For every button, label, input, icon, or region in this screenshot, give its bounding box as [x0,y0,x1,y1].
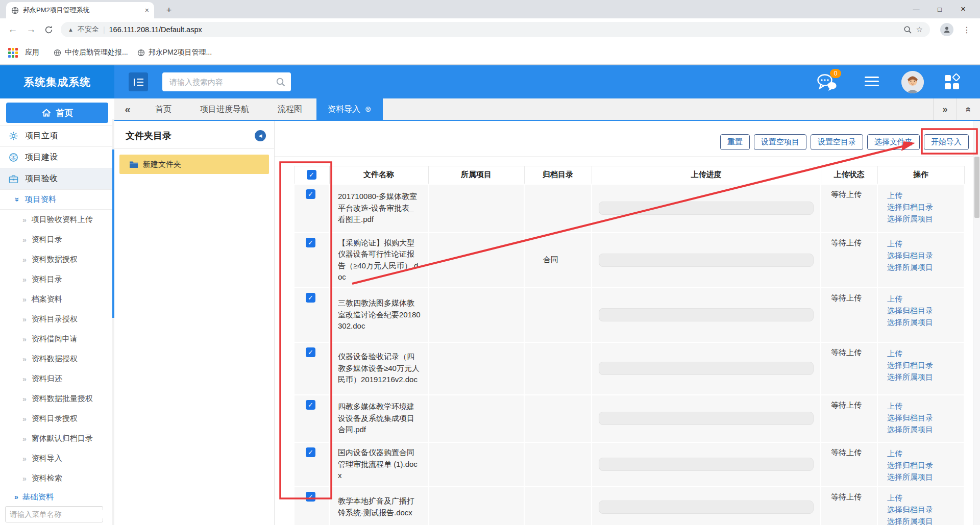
row-checkbox[interactable]: ✓ [306,238,315,247]
action-link[interactable]: 选择归档目录 [887,249,964,261]
sidebar-subitem[interactable]: » 资料导入 [0,448,114,468]
bookmark-item[interactable]: 中传后勤管理处报... [54,48,137,57]
action-link[interactable]: 上传 [887,492,964,504]
toolbar-button[interactable]: 开始导入 [924,134,969,150]
hamburger-menu-icon[interactable] [865,77,879,89]
content-tab[interactable]: 流程图 [263,98,316,120]
collapse-up-icon[interactable]: « [957,98,980,120]
sidebar-item-project-initiation[interactable]: 项目立项 [0,125,114,146]
content-tab[interactable]: 项目进度导航 [186,98,263,120]
refresh-icon[interactable] [44,25,54,35]
sidebar-subitem[interactable]: » 资料目录 [0,230,114,249]
new-tab-button[interactable]: + [162,4,176,17]
action-link[interactable]: 上传 [887,400,964,412]
user-avatar[interactable] [901,71,924,93]
action-link[interactable]: 上传 [887,293,964,305]
person-icon [943,26,951,34]
action-link[interactable]: 上传 [887,189,964,201]
header-search-box[interactable] [162,72,291,91]
action-link[interactable]: 选择归档目录 [887,504,964,515]
row-checkbox[interactable]: ✓ [306,492,315,502]
action-link[interactable]: 上传 [887,347,964,359]
sidebar-subitem[interactable]: » 资料目录 [0,269,114,289]
window-maximize-button[interactable]: □ [928,6,951,13]
action-link[interactable]: 选择归档目录 [887,305,964,316]
row-checkbox[interactable]: ✓ [306,447,315,457]
scrollbar-thumb[interactable] [974,157,979,218]
sidebar-item-project-acceptance[interactable]: 项目验收 [0,168,114,189]
forward-icon[interactable]: → [26,24,37,35]
content-scrollbar[interactable] [973,121,980,525]
sidebar-subitem[interactable]: » 资料数据授权 [0,349,114,369]
sidebar-item-project-construction[interactable]: $ 项目建设 [0,146,114,168]
back-icon[interactable]: ← [7,24,18,35]
action-link[interactable]: 选择所属项目 [887,316,964,328]
zoom-icon[interactable] [903,26,912,34]
sidebar-subitem[interactable]: » 资料数据批量授权 [0,389,114,409]
action-link[interactable]: 上传 [887,447,964,459]
toolbar-button[interactable]: 设置空目录 [811,134,863,150]
content-tab[interactable]: 首页 [141,98,186,120]
col-header-archive-dir: 归档目录 [524,166,592,184]
action-link[interactable]: 选择归档目录 [887,201,964,213]
sidebar-collapse-button[interactable] [129,72,148,91]
sidebar-group-basic-materials[interactable]: » 基础资料 [0,488,114,506]
bookmark-star-icon[interactable]: ☆ [916,25,923,34]
sidebar-subitem[interactable]: » 档案资料 [0,289,114,309]
tabs-scroll-left-icon[interactable]: « [114,98,141,120]
sidebar-subitem[interactable]: » 项目验收资料上传 [0,210,114,230]
browser-menu-icon[interactable]: ⋮ [961,25,973,35]
chevron-right-icon: » [22,395,27,403]
messages-button[interactable]: 0 [816,72,838,92]
apps-grid-icon[interactable] [8,48,18,58]
action-link[interactable]: 选择归档目录 [887,359,964,371]
sidebar-subitem[interactable]: » 资料归还 [0,369,114,389]
folder-item-selected[interactable]: 新建文件夹 [119,155,269,174]
collapse-panel-icon[interactable]: ◀ [255,130,266,141]
action-link[interactable]: 选择所属项目 [887,471,964,483]
apps-label[interactable]: 应用 [25,48,39,57]
toolbar-button[interactable]: 设置空项目 [754,134,806,150]
action-link[interactable]: 选择所属项目 [887,261,964,273]
sidebar-item-home[interactable]: 首页 [6,103,108,123]
url-bar[interactable]: ▲ 不安全 | 166.111.208.11/Default.aspx ☆ [61,22,930,37]
sidebar-subitem[interactable]: » 资料目录授权 [0,409,114,429]
row-checkbox[interactable]: ✓ [306,189,315,199]
row-checkbox[interactable]: ✓ [306,400,315,410]
action-link[interactable]: 上传 [887,238,964,249]
action-link[interactable]: 选择所属项目 [887,515,964,525]
close-tab-icon[interactable]: × [145,6,149,14]
sidebar-subitem[interactable]: » 资料目录授权 [0,309,114,329]
tabs-scroll-right-icon[interactable]: » [933,98,957,120]
window-close-button[interactable]: × [951,4,975,14]
row-checkbox[interactable]: ✓ [306,347,315,357]
toolbar-button[interactable]: 重置 [720,134,750,150]
sidebar-group-project-materials[interactable]: » 项目资料 [0,189,114,210]
toolbar-button[interactable]: 选择文件夹 [867,134,920,150]
close-tab-icon[interactable]: ⊗ [365,105,372,114]
header-search-input[interactable] [169,78,276,86]
action-link[interactable]: 选择归档目录 [887,412,964,423]
search-icon[interactable] [276,77,286,87]
browser-tab[interactable]: 邦永PM2项目管理系统 × [6,2,154,18]
apps-launcher-icon[interactable] [943,73,961,93]
action-link[interactable]: 选择所属项目 [887,423,964,435]
sidebar-subitem[interactable]: » 窗体默认归档目录 [0,429,114,448]
sidebar-subitem[interactable]: » 资料借阅申请 [0,329,114,349]
sidebar-scrollbar[interactable] [112,119,114,525]
tab-data-import-active[interactable]: 资料导入 ⊗ [316,98,383,120]
action-link[interactable]: 选择所属项目 [887,213,964,224]
sidebar-subitem[interactable]: » 资料检索 [0,468,114,488]
menu-search-input[interactable] [10,510,105,518]
archive-dir-cell [524,395,592,442]
menu-search-box[interactable] [5,506,103,522]
bookmark-item[interactable]: 邦永PM2项目管理... [137,48,221,57]
window-minimize-button[interactable]: — [904,6,928,13]
action-link[interactable]: 选择所属项目 [887,371,964,383]
project-cell [428,442,524,487]
browser-profile-avatar[interactable] [940,23,953,36]
action-link[interactable]: 选择归档目录 [887,459,964,471]
select-all-checkbox[interactable]: ✓ [307,170,316,180]
row-checkbox[interactable]: ✓ [306,293,315,303]
sidebar-subitem[interactable]: » 资料数据授权 [0,249,114,269]
